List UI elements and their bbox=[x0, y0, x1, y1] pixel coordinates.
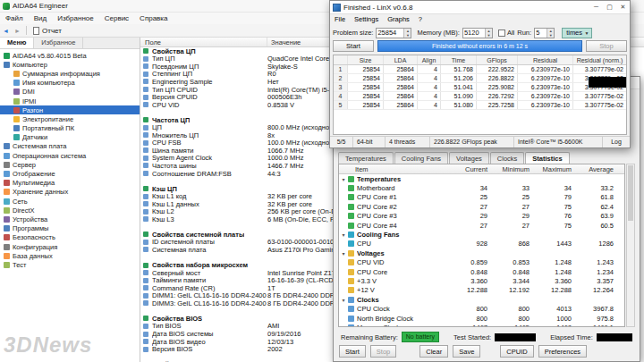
tree-item[interactable]: Сеть bbox=[0, 197, 140, 206]
tree-item[interactable]: Хранение данных bbox=[0, 188, 140, 197]
tree-item[interactable]: Устройства bbox=[0, 215, 140, 223]
stat-row[interactable]: ▾ CPU Core #3 29 29 76 63.9 bbox=[339, 212, 624, 221]
minimize-icon[interactable]: ─ bbox=[589, 1, 603, 13]
collapse-icon[interactable]: ▾ bbox=[339, 232, 348, 238]
results-column-header[interactable]: Residual bbox=[518, 55, 573, 64]
tree-item[interactable]: Имя компьютера bbox=[0, 79, 140, 88]
stat-row[interactable]: ▾ CPU Core #2 27 27 75 62.4 bbox=[339, 202, 624, 211]
menu-item[interactable]: Справка bbox=[134, 13, 173, 24]
menu-item[interactable]: Вид bbox=[29, 13, 52, 24]
tree-item[interactable]: База данных bbox=[0, 251, 140, 260]
tree-item[interactable]: Безопасность bbox=[0, 233, 140, 242]
collapse-icon[interactable]: ▾ bbox=[339, 297, 348, 303]
stat-row[interactable]: ▾ Motherboard 34 33 34 33.2 bbox=[339, 183, 624, 192]
stat-row[interactable]: ▾ CPU Core #4 27 27 75 60.5 bbox=[339, 221, 624, 230]
run-count-input[interactable] bbox=[535, 29, 547, 38]
tree-item[interactable]: Конфигурация bbox=[0, 242, 140, 251]
tree-item[interactable]: DMI bbox=[0, 88, 140, 97]
tree-item[interactable]: Разгон bbox=[0, 105, 140, 114]
stat-row[interactable]: ▾ +12 V 12.288 12.192 12.288 12.264 bbox=[339, 286, 624, 295]
spinner-arrows-icon[interactable]: ▲▼ bbox=[547, 29, 554, 38]
run-count-spinner[interactable]: ▲▼ bbox=[534, 28, 555, 38]
stats-scrollbar[interactable] bbox=[626, 164, 635, 327]
dialog-button[interactable]: Preferences bbox=[538, 345, 587, 358]
memory-input[interactable] bbox=[463, 29, 485, 38]
field-column-header[interactable]: Поле bbox=[140, 38, 267, 46]
linx-stop-button[interactable]: Stop bbox=[586, 40, 627, 52]
problem-size-spinner[interactable]: ▲▼ bbox=[376, 28, 411, 38]
all-checkbox-label[interactable]: All bbox=[507, 29, 514, 37]
results-column-header[interactable]: Time bbox=[441, 55, 477, 64]
tab[interactable]: Statistics bbox=[525, 152, 569, 164]
tree-item[interactable]: Тест bbox=[0, 260, 140, 269]
minimum-column-header[interactable]: Minimum bbox=[498, 164, 540, 173]
sidebar-tab[interactable]: Меню bbox=[0, 38, 34, 48]
spinner-arrows-icon[interactable]: ▲▼ bbox=[485, 29, 492, 38]
result-row[interactable]: 4 25854 25864 4 51.090 226.7292 6.230972… bbox=[334, 92, 626, 101]
scrollbar-thumb[interactable] bbox=[628, 165, 633, 221]
tab[interactable]: Voltages bbox=[449, 152, 489, 164]
back-icon[interactable]: ◄ bbox=[0, 28, 12, 34]
current-column-header[interactable]: Current bbox=[456, 164, 498, 173]
menu-item[interactable]: ? bbox=[414, 14, 427, 25]
stat-row[interactable]: ▾ CPU 928 868 1443 1286 bbox=[339, 240, 624, 248]
results-column-header[interactable]: GFlops bbox=[477, 55, 518, 64]
stat-row[interactable]: ▾ Clocks bbox=[339, 295, 624, 304]
tree-item[interactable]: AIDA64 v5.80.4015 Beta bbox=[0, 51, 140, 60]
tree-item[interactable]: Операционная система bbox=[0, 151, 140, 160]
result-row[interactable]: 5 25854 25864 4 51.080 225.7258 6.230973… bbox=[334, 101, 626, 110]
tree-item[interactable]: Сервер bbox=[0, 160, 140, 169]
problem-size-input[interactable] bbox=[377, 29, 403, 38]
stat-row[interactable]: ▾ CPU Core #1 25 25 79 61.8 bbox=[339, 193, 624, 202]
result-row[interactable]: 3 25854 25864 4 51.041 225.9082 6.230973… bbox=[334, 83, 626, 92]
tree-item[interactable]: Портативный ПК bbox=[0, 124, 140, 133]
collapse-icon[interactable]: ▾ bbox=[339, 250, 348, 257]
tab[interactable]: Clocks bbox=[490, 152, 525, 164]
results-column-header[interactable]: Residual (norm.) bbox=[573, 55, 626, 64]
tree-item[interactable]: IPMI bbox=[0, 97, 140, 105]
sidebar-tab[interactable]: Избранное bbox=[34, 38, 83, 48]
tree-item[interactable]: Системная плата bbox=[0, 142, 140, 151]
close-icon[interactable]: ✕ bbox=[616, 1, 630, 13]
maximum-column-header[interactable]: Maximum bbox=[540, 164, 582, 173]
dialog-button[interactable]: Start bbox=[339, 345, 366, 358]
tab[interactable]: Temperatures bbox=[338, 152, 394, 164]
tree-item[interactable]: Суммарная информация bbox=[0, 69, 140, 78]
linx-start-button[interactable]: Start bbox=[333, 40, 374, 52]
tree-item[interactable]: DirectX bbox=[0, 206, 140, 215]
results-column-header[interactable]: LDA bbox=[384, 55, 418, 64]
dialog-button[interactable]: Save bbox=[453, 345, 480, 358]
result-row[interactable]: 2 25854 25864 4 51.206 226.8822 6.230972… bbox=[334, 74, 626, 83]
menu-item[interactable]: Файл bbox=[0, 13, 29, 24]
tree-item[interactable]: Электропитание bbox=[0, 114, 140, 123]
memory-spinner[interactable]: ▲▼ bbox=[462, 28, 493, 38]
dialog-button[interactable]: CPUID bbox=[500, 345, 533, 358]
stat-row[interactable]: ▾ +3.3 V 3.360 3.344 3.360 3.357 bbox=[339, 276, 624, 285]
tree-item[interactable]: Датчики bbox=[0, 133, 140, 142]
tab[interactable]: Cooling Fans bbox=[394, 152, 448, 164]
item-column-header[interactable]: Item bbox=[339, 164, 456, 173]
tree-item[interactable]: Программы bbox=[0, 224, 140, 233]
stat-row[interactable]: ▾ CPU Core 0.848 0.848 1.248 1.234 bbox=[339, 267, 624, 276]
forward-icon[interactable]: ► bbox=[12, 28, 23, 34]
maximize-icon[interactable]: ▢ bbox=[603, 1, 616, 13]
menu-item[interactable]: Сервис bbox=[99, 13, 134, 24]
tree-item[interactable]: Компьютер bbox=[0, 60, 140, 69]
times-dropdown[interactable]: times▼ bbox=[562, 28, 592, 38]
menu-item[interactable]: Избранное bbox=[52, 13, 99, 24]
stat-row[interactable]: ▾ Temperatures bbox=[339, 174, 624, 183]
results-column-header[interactable]: Size bbox=[348, 55, 384, 64]
stat-row[interactable]: ▾ Voltages bbox=[339, 248, 624, 257]
results-column-header[interactable] bbox=[334, 55, 348, 64]
stat-row[interactable]: ▾ Cooling Fans bbox=[339, 230, 624, 239]
linx-titlebar[interactable]: Finished - LinX v0.6.8 ─ ▢ ✕ bbox=[330, 1, 630, 14]
dialog-button[interactable]: Stop bbox=[370, 345, 396, 358]
stat-row[interactable]: ▾ CPU Clock 800 800 4013 3967.8 bbox=[339, 304, 624, 313]
tree-item[interactable]: Отображение bbox=[0, 169, 140, 178]
menu-item[interactable]: File bbox=[330, 14, 350, 25]
dialog-button[interactable]: Clear bbox=[419, 345, 448, 358]
result-row[interactable]: 1 25854 25864 4 51.768 222.9522 6.230972… bbox=[334, 65, 626, 74]
stat-row[interactable]: ▾ Memory Clock 1467 1465 1468 1466.1 bbox=[339, 323, 624, 327]
spinner-arrows-icon[interactable]: ▲▼ bbox=[403, 29, 411, 38]
all-checkbox[interactable] bbox=[498, 29, 505, 37]
